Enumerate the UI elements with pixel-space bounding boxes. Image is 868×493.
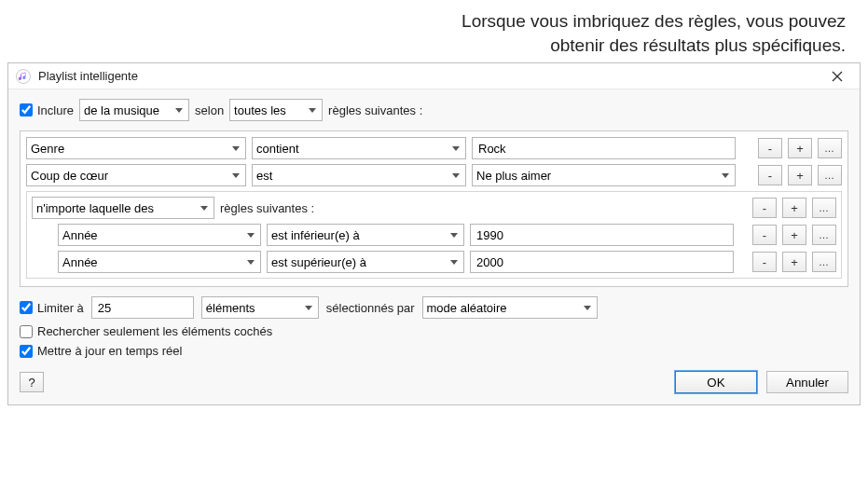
rule-value-input[interactable] bbox=[470, 251, 734, 273]
checked-only-label: Rechercher seulement les éléments cochés bbox=[37, 324, 272, 338]
remove-rule-button[interactable]: - bbox=[752, 225, 777, 245]
add-rule-button[interactable]: + bbox=[782, 225, 806, 245]
live-update-checkbox[interactable]: Mettre à jour en temps réel bbox=[20, 344, 182, 358]
limit-count-input[interactable] bbox=[91, 296, 194, 319]
nest-rule-button[interactable]: … bbox=[812, 252, 836, 272]
rule-value-select[interactable]: Ne plus aimer bbox=[472, 164, 736, 186]
remove-rule-button[interactable]: - bbox=[758, 165, 782, 185]
add-rule-button[interactable]: + bbox=[788, 138, 812, 158]
selon-label: selon bbox=[195, 103, 224, 117]
rule-attr-select[interactable]: Coup de cœur bbox=[26, 164, 246, 186]
rule-attr-select[interactable]: Année bbox=[58, 251, 261, 273]
include-source-select[interactable]: de la musique bbox=[79, 99, 189, 121]
add-rule-button[interactable]: + bbox=[782, 252, 806, 272]
caption-line2: obtenir des résultats plus spécifiques. bbox=[550, 35, 846, 55]
rule-row: Genre contient - + … bbox=[26, 137, 842, 159]
itunes-icon bbox=[16, 69, 31, 84]
close-icon bbox=[832, 71, 843, 82]
smart-playlist-dialog: Playlist intelligente Inclure de la musi… bbox=[7, 62, 861, 405]
remove-rule-button[interactable]: - bbox=[752, 252, 777, 272]
rules-container: Genre contient - + … Coup de cœur est bbox=[20, 130, 848, 287]
nest-rule-button[interactable]: … bbox=[818, 165, 842, 185]
help-button[interactable]: ? bbox=[20, 372, 44, 392]
nested-rule-row: Année est inférieur(e) à - + … bbox=[32, 224, 836, 246]
nested-tail: règles suivantes : bbox=[220, 201, 314, 215]
titlebar: Playlist intelligente bbox=[8, 63, 860, 89]
cancel-button[interactable]: Annuler bbox=[766, 371, 848, 393]
nested-rule-row: Année est supérieur(e) à - + … bbox=[32, 251, 836, 273]
rule-op-select[interactable]: est supérieur(e) à bbox=[267, 251, 464, 273]
rule-op-select[interactable]: est bbox=[252, 164, 466, 186]
rule-value-input[interactable] bbox=[470, 224, 734, 246]
add-rule-button[interactable]: + bbox=[782, 198, 806, 218]
nest-rule-button[interactable]: … bbox=[812, 198, 836, 218]
rule-attr-select[interactable]: Année bbox=[58, 224, 261, 246]
remove-rule-button[interactable]: - bbox=[758, 138, 782, 158]
rule-attr-select[interactable]: Genre bbox=[26, 137, 246, 159]
caption-line1: Lorsque vous imbriquez des règles, vous … bbox=[462, 11, 846, 31]
dialog-title: Playlist intelligente bbox=[38, 69, 822, 83]
limit-unit-select[interactable]: éléments bbox=[201, 296, 319, 319]
close-button[interactable] bbox=[822, 65, 852, 88]
live-update-label: Mettre à jour en temps réel bbox=[37, 344, 182, 358]
limit-checkbox[interactable]: Limiter à bbox=[20, 301, 84, 315]
rule-op-select[interactable]: contient bbox=[252, 137, 466, 159]
include-match-select[interactable]: toutes les bbox=[229, 99, 323, 121]
nested-rule-group: n'importe laquelle des règles suivantes … bbox=[26, 191, 842, 279]
nest-rule-button[interactable]: … bbox=[818, 138, 842, 158]
remove-rule-button[interactable]: - bbox=[752, 198, 777, 218]
rule-value-input[interactable] bbox=[472, 137, 736, 159]
include-tail: règles suivantes : bbox=[328, 103, 422, 117]
limit-by-select[interactable]: mode aléatoire bbox=[422, 296, 598, 319]
limit-by-label: sélectionnés par bbox=[326, 301, 415, 315]
rule-row: Coup de cœur est Ne plus aimer - + … bbox=[26, 164, 842, 186]
include-label: Inclure bbox=[37, 103, 74, 117]
nest-rule-button[interactable]: … bbox=[812, 225, 836, 245]
include-checkbox[interactable]: Inclure bbox=[20, 103, 74, 117]
nested-match-select[interactable]: n'importe laquelle des bbox=[32, 197, 214, 219]
checked-only-checkbox[interactable]: Rechercher seulement les éléments cochés bbox=[20, 324, 272, 338]
rule-op-select[interactable]: est inférieur(e) à bbox=[267, 224, 464, 246]
limit-label: Limiter à bbox=[37, 301, 84, 315]
add-rule-button[interactable]: + bbox=[788, 165, 812, 185]
ok-button[interactable]: OK bbox=[675, 371, 757, 393]
